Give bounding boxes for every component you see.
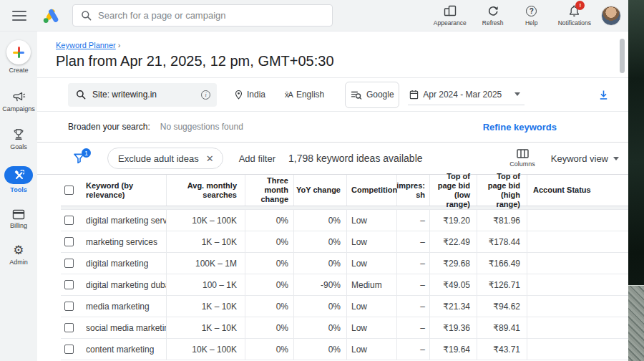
refresh-button[interactable]: Refresh xyxy=(481,4,505,27)
row-checkbox[interactable] xyxy=(64,302,74,311)
top-of-page-bid-low-cell: ₹19.64 xyxy=(430,339,477,360)
info-icon[interactable]: i xyxy=(201,90,210,100)
filter-count-badge: 1 xyxy=(82,148,91,158)
help-button[interactable]: ? Help xyxy=(519,4,544,27)
competition-cell: Medium xyxy=(347,274,397,295)
global-search-input[interactable] xyxy=(98,10,332,21)
filter-button[interactable]: 1 xyxy=(73,153,85,164)
header-top-of-page-bid-low: Top of page bid (low range) xyxy=(430,175,477,206)
download-button[interactable] xyxy=(598,90,609,100)
exclude-adult-ideas-chip[interactable]: Exclude adult ideas ✕ xyxy=(107,148,223,169)
sidebar-item-create[interactable]: Create xyxy=(6,40,31,74)
site-filter[interactable]: Site: writewing.in i xyxy=(68,83,217,107)
table-row: digital marketing 100K – 1M 0% 0% Low – … xyxy=(61,253,628,274)
avg-monthly-searches-cell: 100K – 1M xyxy=(167,253,245,274)
sidebar-item-goals[interactable]: Goals xyxy=(10,128,27,150)
ad-impression-share-cell: – xyxy=(397,231,430,252)
select-all-checkbox[interactable] xyxy=(64,186,74,195)
date-range-filter[interactable]: Apr 2024 - Mar 2025 xyxy=(408,84,525,105)
keyword-cell: content marketing xyxy=(86,345,154,355)
row-checkbox[interactable] xyxy=(64,237,74,246)
competition-cell: Low xyxy=(347,296,397,317)
page-header: Keyword Planner› Plan from Apr 21, 2025,… xyxy=(37,32,628,78)
main-content: Keyword Planner› Plan from Apr 21, 2025,… xyxy=(37,32,628,361)
yoy-change-cell: 0% xyxy=(294,253,347,274)
ad-impression-share-cell: – xyxy=(397,339,430,360)
yoy-change-cell: -90% xyxy=(294,274,347,295)
vertical-scrollbar[interactable] xyxy=(620,39,625,73)
google-ads-logo[interactable] xyxy=(42,7,60,24)
competition-cell: Low xyxy=(347,210,397,231)
keyword-cell: digital marketing services xyxy=(86,216,166,226)
breadcrumb-keyword-planner-link[interactable]: Keyword Planner xyxy=(56,41,116,49)
row-checkbox[interactable] xyxy=(64,280,74,289)
columns-button[interactable]: Columns xyxy=(509,149,535,168)
network-filter[interactable]: Google xyxy=(345,82,399,108)
notification-badge: ! xyxy=(575,1,585,10)
header-competition: Competition xyxy=(347,175,397,206)
top-of-page-bid-low-cell: ₹22.49 xyxy=(430,231,477,252)
yoy-change-cell: 0% xyxy=(294,296,347,317)
appearance-button[interactable]: Appearance xyxy=(434,4,467,27)
gear-icon: ⚙ xyxy=(13,244,24,256)
avg-monthly-searches-cell: 100 – 1K xyxy=(167,274,245,295)
language-filter[interactable]: x̄A English xyxy=(285,90,324,100)
location-filter[interactable]: India xyxy=(234,90,265,100)
search-icon xyxy=(81,10,92,21)
add-filter-button[interactable]: Add filter xyxy=(239,153,275,164)
notifications-button[interactable]: ! Notifications xyxy=(558,4,591,27)
chevron-right-icon: › xyxy=(118,41,121,49)
tools-pill xyxy=(4,166,33,184)
admin-label: Admin xyxy=(9,259,28,266)
chip-label: Exclude adult ideas xyxy=(118,153,199,164)
results-toolbar: 1 Exclude adult ideas ✕ Add filter 1,798… xyxy=(37,143,628,175)
avg-monthly-searches-cell: 1K – 10K xyxy=(167,231,245,252)
search-icon xyxy=(76,90,86,100)
top-of-page-bid-high-cell: ₹94.62 xyxy=(477,296,527,317)
three-month-change-cell: 0% xyxy=(245,231,294,252)
desktop-background-bottom xyxy=(628,285,644,361)
account-status-cell xyxy=(527,274,628,295)
account-status-cell xyxy=(527,296,628,317)
row-checkbox[interactable] xyxy=(64,345,74,354)
row-checkbox[interactable] xyxy=(64,323,74,332)
refine-keywords-link[interactable]: Refine keywords xyxy=(483,122,557,133)
create-label: Create xyxy=(9,67,28,74)
appearance-label: Appearance xyxy=(434,19,467,27)
avg-monthly-searches-cell: 1K – 10K xyxy=(167,317,245,338)
keyword-cell: digital marketing xyxy=(86,259,148,269)
competition-cell: Low xyxy=(347,317,397,338)
close-icon[interactable]: ✕ xyxy=(206,153,214,164)
goals-label: Goals xyxy=(10,143,27,150)
sidebar-item-campaigns[interactable]: Campaigns xyxy=(2,91,35,112)
competition-cell: Low xyxy=(347,253,397,274)
keyword-cell: digital marketing dubai xyxy=(86,280,166,290)
sidebar-item-billing[interactable]: Billing xyxy=(10,209,27,229)
campaigns-label: Campaigns xyxy=(2,105,35,112)
menu-icon[interactable] xyxy=(12,11,26,21)
table-body: digital marketing services 10K – 100K 0%… xyxy=(61,210,628,360)
location-pin-icon xyxy=(234,90,243,100)
account-avatar[interactable] xyxy=(601,6,621,26)
sidebar-item-admin[interactable]: ⚙ Admin xyxy=(9,244,28,266)
table-row: content marketing 10K – 100K 0% 0% Low –… xyxy=(61,339,628,360)
keyword-cell: marketing services xyxy=(86,237,157,247)
sidebar-item-tools[interactable]: Tools xyxy=(4,166,33,193)
account-status-cell xyxy=(527,317,628,338)
row-checkbox[interactable] xyxy=(64,216,74,225)
location-filter-value: India xyxy=(247,90,265,100)
row-checkbox[interactable] xyxy=(64,259,74,268)
tools-label: Tools xyxy=(10,186,26,193)
top-of-page-bid-high-cell: ₹43.71 xyxy=(477,339,527,360)
tools-icon xyxy=(14,170,24,180)
header-three-month-change: Three month change xyxy=(245,175,294,206)
global-search[interactable] xyxy=(72,4,333,27)
top-of-page-bid-high-cell: ₹81.96 xyxy=(477,210,527,231)
three-month-change-cell: 0% xyxy=(245,274,294,295)
view-selector[interactable]: Keyword view xyxy=(551,153,619,164)
ad-impression-share-cell: – xyxy=(397,253,430,274)
breadcrumb: Keyword Planner› xyxy=(56,41,628,49)
table-row: marketing services 1K – 10K 0% 0% Low – … xyxy=(61,231,628,253)
broaden-label: Broaden your search: xyxy=(68,122,150,132)
broaden-search-bar: Broaden your search: No suggestions foun… xyxy=(37,112,628,143)
